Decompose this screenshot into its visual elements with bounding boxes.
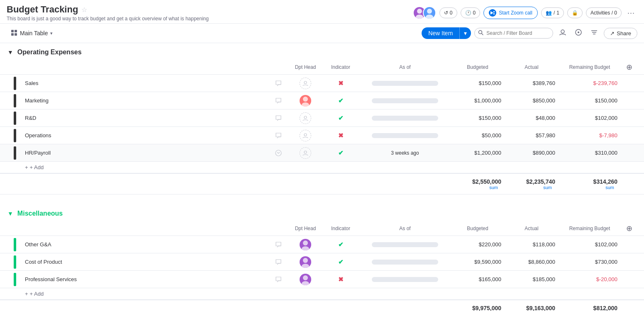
rd-actual: $48,000	[505, 115, 559, 121]
cop-color-bar	[14, 255, 16, 269]
ga-name-cell: Other G&A	[23, 241, 268, 248]
misc-sum-actual: $9,163,000	[505, 305, 555, 311]
ga-color-bar	[14, 238, 16, 251]
operating-expenses-header: ▼ Operating Expenses	[0, 43, 644, 60]
hr-dpt-head[interactable]	[289, 147, 322, 159]
miscellaneous-title: Miscellaneous	[17, 210, 63, 217]
person-filter-btn[interactable]	[556, 27, 569, 39]
table-row: HR/Payroll ✔ 3 weeks ago $1,200,000 $890…	[0, 144, 644, 162]
svg-point-3	[426, 15, 433, 19]
marketing-indicator[interactable]: ✔	[322, 97, 359, 104]
cop-dpt-head[interactable]	[289, 256, 322, 268]
search-input[interactable]	[474, 28, 553, 39]
new-item-chevron[interactable]: ▾	[460, 27, 471, 39]
ps-as-of	[359, 277, 451, 282]
new-item-button[interactable]: New Item ▾	[422, 27, 471, 39]
toolbar: Main Table ▾ New Item ▾	[0, 24, 644, 43]
share-button[interactable]: ↗ Share	[604, 28, 637, 39]
col-as-of-header: As of	[359, 64, 451, 70]
invite-counter-btn[interactable]: 🕐 0	[461, 7, 481, 18]
avatar-user2[interactable]	[423, 6, 436, 19]
misc-add-row[interactable]: + + Add	[0, 288, 644, 299]
operations-avatar-empty	[300, 130, 311, 141]
misc-col-actual-header: Actual	[505, 226, 559, 231]
col-add-col-header[interactable]: ⊕	[621, 63, 637, 72]
operations-cross-icon: ✖	[338, 132, 344, 139]
ps-actual: $185,000	[505, 276, 559, 282]
sales-indicator[interactable]: ✖	[322, 80, 359, 87]
operations-dpt-head[interactable]	[289, 130, 322, 141]
marketing-avatar	[300, 95, 311, 107]
rd-dpt-head[interactable]	[289, 112, 322, 124]
cop-label: Cost of Product	[25, 259, 62, 265]
marketing-budgeted: $1,000,000	[451, 97, 505, 104]
zoom-call-label: Start Zoom call	[499, 10, 532, 16]
invite-icon: 🕐	[465, 10, 471, 16]
share-label: Share	[617, 30, 631, 36]
marketing-dpt-head[interactable]	[289, 95, 322, 107]
ga-comment[interactable]	[268, 241, 289, 248]
lock-icon: 🔒	[572, 10, 578, 16]
search-icon	[478, 30, 483, 36]
new-item-label: New Item	[422, 27, 459, 39]
ps-dpt-head[interactable]	[289, 274, 322, 285]
operating-collapse-btn[interactable]: ▼	[7, 48, 14, 56]
hr-indicator[interactable]: ✔	[322, 149, 359, 157]
sales-dpt-head[interactable]	[289, 78, 322, 89]
toolbar-left: Main Table ▾	[7, 27, 57, 39]
zoom-call-button[interactable]: Start Zoom call	[483, 7, 538, 19]
row-color-bar-cell	[7, 273, 23, 286]
ps-comment[interactable]	[268, 276, 289, 283]
main-table-btn[interactable]: Main Table ▾	[7, 27, 57, 39]
ps-indicator[interactable]: ✖	[322, 276, 359, 283]
filter-btn[interactable]	[588, 27, 600, 39]
rd-indicator[interactable]: ✔	[322, 114, 359, 122]
operating-add-icon: +	[25, 164, 28, 170]
row-color-bar-cell	[7, 129, 23, 142]
hr-avatar-empty	[300, 147, 311, 159]
ga-dpt-head[interactable]	[289, 239, 322, 250]
more-options-btn[interactable]: ···	[625, 7, 637, 19]
hr-as-of-text: 3 weeks ago	[391, 150, 419, 156]
operations-name-cell: Operations	[23, 132, 268, 138]
miscellaneous-header: ▼ Miscellaneous	[0, 204, 644, 221]
marketing-as-of	[359, 98, 451, 103]
sales-cross-icon: ✖	[338, 80, 344, 87]
operations-comment[interactable]	[268, 132, 289, 139]
svg-rect-9	[11, 33, 14, 36]
operations-indicator[interactable]: ✖	[322, 132, 359, 139]
svg-point-15	[578, 32, 579, 33]
misc-collapse-btn[interactable]: ▼	[7, 209, 14, 218]
sales-actual: $389,760	[505, 80, 559, 86]
rd-budgeted: $150,000	[451, 115, 505, 121]
cop-remaining: $730,000	[559, 259, 621, 265]
sales-comment[interactable]	[268, 80, 289, 87]
operating-add-row[interactable]: + + Add	[0, 162, 644, 173]
hr-actual: $890,000	[505, 150, 559, 156]
lock-btn[interactable]: 🔒	[567, 7, 583, 18]
ga-label: Other G&A	[25, 241, 51, 248]
misc-col-add-header[interactable]: ⊕	[621, 224, 637, 233]
undo-counter-btn[interactable]: ↺ 0	[439, 7, 457, 18]
svg-rect-5	[493, 11, 495, 12]
rd-name-cell: R&D	[23, 115, 268, 121]
cop-indicator[interactable]: ✔	[322, 258, 359, 266]
rd-comment[interactable]	[268, 115, 289, 121]
table-chevron-icon: ▾	[50, 31, 53, 36]
people-count-btn[interactable]: 👥 / 1	[541, 7, 564, 18]
svg-point-30	[303, 275, 308, 280]
operating-sum-budgeted: $2,550,000	[451, 178, 501, 185]
cop-comment[interactable]	[268, 259, 289, 265]
ga-indicator[interactable]: ✔	[322, 241, 359, 248]
compass-btn[interactable]	[572, 27, 585, 39]
hr-comment[interactable]	[268, 150, 289, 156]
marketing-comment[interactable]	[268, 97, 289, 104]
table-area: ▼ Operating Expenses Dpt Head Indicator …	[0, 43, 644, 311]
star-icon[interactable]: ☆	[81, 6, 87, 14]
avatar-group[interactable]	[413, 6, 436, 19]
activities-btn[interactable]: Activities / 0	[586, 7, 622, 18]
svg-point-26	[303, 241, 308, 245]
operations-actual: $57,980	[505, 132, 559, 138]
misc-col-as-of-header: As of	[359, 226, 451, 231]
operations-color-bar	[14, 129, 16, 142]
